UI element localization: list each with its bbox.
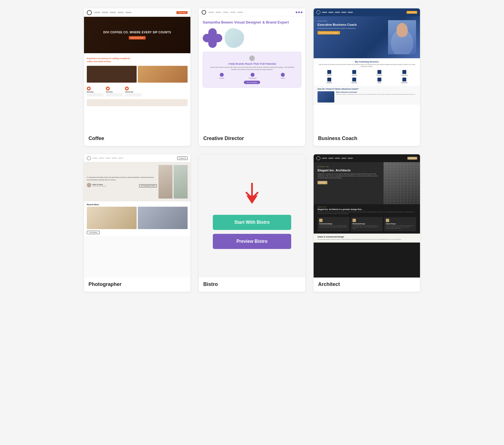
arch-hero-eyebrow: ELEGANT INC. <box>318 166 380 167</box>
photographer-preview: Contact Us I'm obsessed with telling sto… <box>84 154 190 278</box>
coffee-nav-link <box>102 12 108 13</box>
coach-icon-lbl-4: Networking <box>401 74 408 76</box>
coach-nav-link <box>341 12 346 13</box>
photo-author-avatar <box>87 183 91 187</box>
coach-icon-lbl-5: Branding <box>327 82 332 83</box>
creative-icon-label-2: Photography <box>249 77 256 79</box>
creative-nav-link <box>208 12 214 13</box>
shape-cross <box>203 28 222 48</box>
photo-author-role <box>92 186 106 187</box>
coach-icon-planning: Planning <box>343 70 366 76</box>
arch-service-interior: Interior Design Our interior design team… <box>384 217 416 231</box>
coffee-bottom-bar <box>87 99 188 106</box>
arch-commercial-icon <box>319 219 323 222</box>
coach-logo-icon <box>316 10 320 14</box>
creative-nav-link <box>223 12 228 13</box>
bistro-preview: Start With Bistro Preview Bistro <box>199 154 305 278</box>
coffee-icon-community: Community <box>125 87 142 96</box>
arch-nav-btn: Contact Us <box>407 157 417 160</box>
coach-icon-sym <box>352 70 356 74</box>
photo-logo-icon <box>87 156 91 160</box>
photo-nav-link <box>92 158 97 159</box>
creative-logo-icon <box>202 10 206 15</box>
coach-nav-link <box>335 12 340 13</box>
coffee-section: Experience our journey of crafting excep… <box>84 53 190 85</box>
photo-nav-link <box>99 158 104 159</box>
arch-about-eyebrow: ABOUT US <box>318 206 416 208</box>
coffee-nav-btn: Shop Now <box>176 11 188 14</box>
arch-nav-link <box>328 158 333 159</box>
coffee-images-row <box>87 66 188 83</box>
creative-avatar <box>249 55 255 61</box>
coach-question-text: What Is Business Coaching? Business coac… <box>336 91 416 102</box>
card-coach[interactable]: Get In Touch Anthony Tobias Executive Bu… <box>314 8 420 146</box>
arch-hero-btn: Let's Talk <box>318 181 327 184</box>
card-creative[interactable]: Samantha Bowen Visual Designer & Brand E… <box>199 8 305 146</box>
creative-icon-label-3: Brand <box>281 77 285 79</box>
arch-nav-link <box>341 158 346 159</box>
cross-arm-v <box>208 28 217 48</box>
arch-urban: Urban & Commercial Design Our commercial… <box>314 234 420 243</box>
creative-dot <box>301 11 302 13</box>
creative-icons-row: Creative Photography Brand <box>207 73 297 79</box>
coach-question: How Do I Know If I Need a Business Coach… <box>314 86 420 105</box>
coffee-nav-links <box>94 12 132 13</box>
creative-nav-dots <box>296 11 302 13</box>
coach-services-title: My Coaching Services <box>318 60 416 63</box>
creative-purple-box: I Help Brands Reach Their Full Potential… <box>203 52 301 88</box>
arch-logo-icon <box>316 156 320 160</box>
arch-hero-content: ELEGANT INC. Elegant Inc. Architects At … <box>314 162 384 204</box>
coffee-nav: Shop Now <box>84 8 190 17</box>
photo-nav-links <box>92 158 123 159</box>
bistro-preview-button[interactable]: Preview Bistro <box>213 234 291 249</box>
card-bistro[interactable]: Start With Bistro Preview Bistro Bistro <box>199 154 305 292</box>
creative-nav-link <box>216 12 221 13</box>
creative-dot <box>298 11 300 13</box>
arch-interior-icon <box>386 219 389 222</box>
coach-icon-visioning: Visioning <box>318 70 341 76</box>
creative-box-title: I Help Brands Reach Their Full Potential <box>207 62 297 66</box>
photo-img-tall-2 <box>174 165 188 199</box>
coffee-roast-icon <box>87 87 91 90</box>
coach-icon-operations: Operations <box>393 78 416 83</box>
photo-hero-btn: My Photography Portfolio <box>139 184 157 187</box>
creative-nav-link <box>230 12 236 13</box>
coach-icon-sym <box>327 70 331 74</box>
card-coffee[interactable]: Shop Now DIVI COFFEE CO. WHERE EVERY SIP… <box>84 8 190 146</box>
coach-icon-sym <box>327 78 331 81</box>
coach-hero-sub: Professional Coaching For Business Owner… <box>318 27 388 29</box>
creative-nav-link <box>237 12 243 13</box>
photo-recent-btn: Full Portfolio <box>87 231 100 234</box>
coach-question-img <box>318 91 334 102</box>
coach-icon-research: Research <box>368 70 391 76</box>
creative-circle-icon <box>281 73 285 77</box>
coach-hero-title: Executive Business Coach <box>318 23 388 27</box>
photo-author-info: Hello! I'm Olivia <box>92 184 106 187</box>
creative-dot <box>296 11 297 13</box>
photo-nav-btn: Contact Us <box>177 157 188 160</box>
bistro-start-button[interactable]: Start With Bistro <box>213 215 291 230</box>
coffee-preview: Shop Now DIVI COFFEE CO. WHERE EVERY SIP… <box>84 8 190 132</box>
arch-service-title-1: Commercial Design <box>319 223 348 225</box>
arch-nav-link <box>335 158 340 159</box>
arch-service-desc-1: Our commercial design services focus on … <box>319 225 348 228</box>
photo-nav-link <box>112 158 117 159</box>
arch-residential-icon <box>353 219 356 222</box>
creative-icon-2: Photography <box>249 73 256 79</box>
coach-icon-sym <box>377 70 381 74</box>
arch-nav-link <box>348 158 353 159</box>
coach-nav-link <box>328 12 333 13</box>
coffee-content-row: Experience our journey of crafting excep… <box>87 55 188 65</box>
arch-hero-img <box>384 162 420 204</box>
coffee-roast-lines <box>87 93 104 96</box>
coffee-roast-label: Roasting <box>87 91 94 93</box>
coach-icon-branding: Branding <box>318 78 341 83</box>
photo-author-name: Hello! I'm Olivia <box>92 184 106 185</box>
coffee-community-label: Community <box>125 91 133 93</box>
card-architect[interactable]: Contact Us ELEGANT INC. Elegant Inc. Arc… <box>314 154 420 292</box>
arch-hero: ELEGANT INC. Elegant Inc. Architects At … <box>314 162 420 204</box>
coach-nav-link <box>348 12 353 13</box>
card-photographer[interactable]: Contact Us I'm obsessed with telling sto… <box>84 154 190 292</box>
arch-about: ABOUT US Elegant Inc. Architects is a pr… <box>314 204 420 234</box>
arch-hero-desc: At Elegant Inc. Architects we are commit… <box>318 173 380 179</box>
